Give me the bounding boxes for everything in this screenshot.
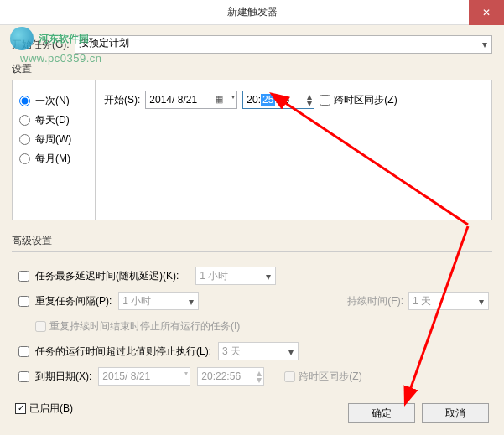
tz-sync-label: 跨时区同步(Z) (334, 93, 397, 107)
enabled-label: 已启用(B) (29, 401, 73, 416)
advanced-label: 高级设置 (12, 234, 492, 248)
expire-time-field[interactable]: 20:22:56 ▴▾ (197, 367, 264, 386)
start-label: 开始(S): (104, 93, 140, 107)
time-hour: 20 (247, 94, 257, 106)
timelimit-checkbox-input[interactable] (18, 346, 29, 357)
advanced-panel: 任务最多延迟时间(随机延迟)(K): 1 小时 重复任务间隔(P): 1 小时 … (12, 251, 492, 427)
radio-weekly[interactable]: 每周(W) (19, 132, 88, 147)
start-date-field[interactable]: 2014/ 8/21 ▦ ▾ (145, 91, 237, 109)
repeat-checkbox[interactable]: 重复任务间隔(P): (15, 293, 112, 309)
repeat-checkbox-input[interactable] (18, 296, 29, 307)
button-bar: 确定 取消 (348, 403, 489, 423)
expire-label: 到期日期(X): (35, 370, 91, 384)
repeat-value: 1 小时 (122, 294, 151, 308)
repeat-stop-input (35, 321, 46, 332)
repeat-stop-checkbox: 重复持续时间结束时停止所有运行的任务(I) (35, 319, 240, 334)
time-minute-selected: 25 (261, 94, 275, 106)
delay-select[interactable]: 1 小时 (195, 267, 276, 285)
start-task-value: 按预定计划 (79, 37, 129, 49)
radio-daily-input[interactable] (19, 115, 30, 126)
dialog-content: 开始任务(G): 按预定计划 设置 一次(N) 每天(D) 每周(W) 每月(M… (0, 25, 504, 435)
expire-date-value: 2015/ 8/21 (102, 370, 150, 382)
frequency-radios: 一次(N) 每天(D) 每周(W) 每月(M) (12, 80, 96, 220)
delay-value: 1 小时 (200, 269, 228, 283)
start-date-value: 2014/ 8/21 (149, 94, 197, 106)
duration-select[interactable]: 1 天 (408, 292, 489, 310)
radio-once-label: 一次(N) (35, 94, 70, 108)
calendar-icon: ▦ (215, 94, 223, 105)
delay-checkbox[interactable]: 任务最多延迟时间(随机延迟)(K): (15, 268, 179, 284)
radio-monthly[interactable]: 每月(M) (19, 152, 88, 166)
settings-label: 设置 (12, 62, 492, 76)
start-task-select[interactable]: 按预定计划 (75, 35, 492, 54)
expire-time-value: 20:22:56 (201, 370, 241, 382)
radio-monthly-input[interactable] (19, 153, 30, 164)
expire-checkbox[interactable]: 到期日期(X): (15, 369, 91, 385)
time-second: 56 (278, 94, 289, 106)
radio-once[interactable]: 一次(N) (19, 94, 88, 108)
repeat-label: 重复任务间隔(P): (35, 294, 112, 308)
expire-date-spin-icon: ▾ (184, 370, 188, 376)
cancel-button[interactable]: 取消 (422, 403, 489, 423)
timelimit-label: 任务的运行时间超过此值则停止执行(L): (35, 344, 211, 359)
radio-daily-label: 每天(D) (35, 113, 70, 127)
timelimit-value: 3 天 (222, 344, 241, 359)
duration-value: 1 天 (413, 294, 431, 308)
repeat-stop-label: 重复持续时间结束时停止所有运行的任务(I) (49, 319, 240, 334)
radio-weekly-label: 每周(W) (35, 132, 71, 147)
start-panel: 开始(S): 2014/ 8/21 ▦ ▾ 20:25:56 ▴▾ 跨时区同步(… (96, 80, 492, 220)
radio-monthly-label: 每月(M) (35, 152, 70, 166)
expire-checkbox-input[interactable] (18, 371, 29, 382)
duration-label: 持续时间(F): (347, 294, 403, 308)
titlebar: 新建触发器 ✕ (0, 0, 504, 25)
tz-sync-checkbox[interactable]: 跨时区同步(Z) (320, 93, 397, 107)
ok-label: 确定 (372, 407, 392, 421)
cancel-label: 取消 (445, 407, 465, 421)
tz-sync-input[interactable] (320, 95, 330, 106)
ok-button[interactable]: 确定 (348, 403, 415, 423)
timelimit-select[interactable]: 3 天 (218, 342, 299, 360)
radio-daily[interactable]: 每天(D) (19, 113, 88, 127)
expire-date-field[interactable]: 2015/ 8/21 ▾ (98, 367, 190, 386)
time-spinner[interactable]: ▴▾ (307, 93, 312, 106)
repeat-select[interactable]: 1 小时 (118, 292, 199, 310)
close-button[interactable]: ✕ (469, 0, 504, 25)
tz-sync2-checkbox: 跨时区同步(Z) (284, 370, 361, 384)
close-icon: ✕ (482, 7, 491, 18)
date-spin-icon: ▾ (231, 94, 235, 100)
tz-sync2-input (284, 371, 295, 382)
enabled-checkbox-input[interactable]: ✓ (15, 403, 26, 414)
spin-down-icon: ▾ (307, 100, 312, 106)
tz-sync2-label: 跨时区同步(Z) (299, 370, 361, 384)
enabled-checkbox[interactable]: ✓ 已启用(B) (15, 401, 73, 416)
radio-weekly-input[interactable] (19, 134, 30, 145)
window-title: 新建触发器 (227, 5, 278, 19)
delay-checkbox-input[interactable] (18, 271, 29, 282)
start-task-label: 开始任务(G): (12, 38, 70, 52)
timelimit-checkbox[interactable]: 任务的运行时间超过此值则停止执行(L): (15, 344, 211, 360)
expire-time-spinner: ▴▾ (257, 370, 262, 383)
delay-label: 任务最多延迟时间(随机延迟)(K): (35, 269, 179, 283)
radio-once-input[interactable] (19, 96, 30, 106)
start-time-field[interactable]: 20:25:56 ▴▾ (242, 91, 314, 109)
